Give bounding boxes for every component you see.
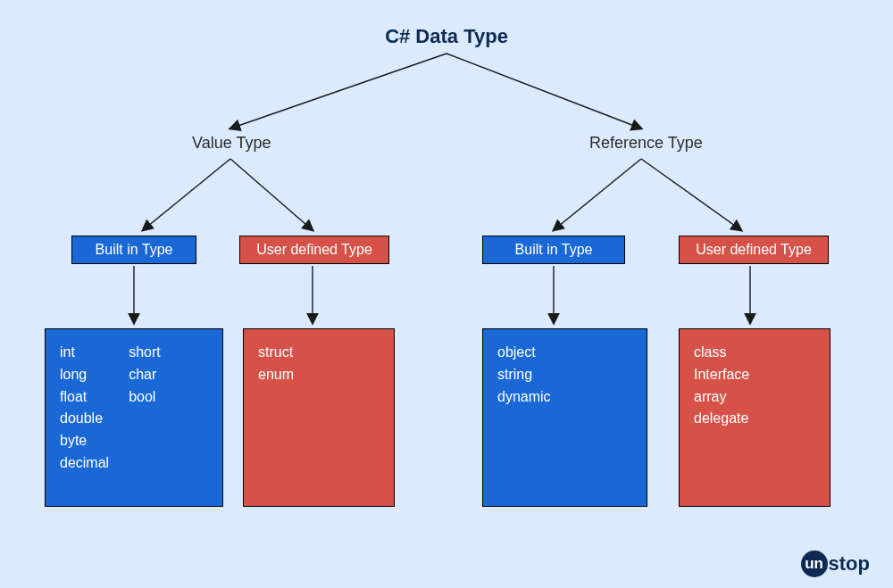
ref-builtin-box: objectstringdynamic	[482, 328, 647, 507]
ref-builtin-header: Built in Type	[482, 236, 625, 264]
type-item: object	[497, 342, 632, 364]
type-item: Interface	[694, 364, 815, 386]
reference-type-label: Reference Type	[589, 134, 703, 153]
type-item: char	[129, 364, 161, 386]
svg-line-1	[446, 54, 641, 128]
type-item: delegate	[694, 408, 815, 430]
value-type-label: Value Type	[192, 134, 271, 153]
unstop-logo: un stop	[801, 551, 870, 577]
diagram-title: C# Data Type	[0, 25, 893, 48]
type-item: short	[129, 342, 161, 364]
type-item: double	[60, 408, 109, 430]
type-item: float	[60, 386, 109, 409]
value-builtin-header: Built in Type	[71, 236, 196, 264]
type-item: int	[60, 342, 109, 364]
type-item: struct	[258, 342, 380, 364]
ref-userdef-box: classInterfacearraydelegate	[679, 328, 830, 507]
value-builtin-box: intlongfloatdoublebytedecimal shortcharb…	[45, 328, 223, 507]
type-item: string	[497, 364, 632, 386]
value-userdef-header: User defined Type	[239, 236, 389, 264]
type-item: bool	[129, 386, 161, 409]
type-item: array	[694, 386, 815, 409]
svg-line-2	[143, 159, 230, 230]
logo-rest: stop	[829, 552, 870, 576]
ref-userdef-header: User defined Type	[679, 236, 829, 264]
svg-line-5	[641, 159, 741, 230]
logo-prefix: un	[801, 551, 828, 577]
svg-line-0	[230, 54, 446, 128]
type-item: long	[60, 364, 109, 386]
type-item: dynamic	[497, 386, 632, 409]
type-item: enum	[258, 364, 380, 386]
value-userdef-box: structenum	[243, 328, 395, 507]
svg-line-3	[230, 159, 313, 230]
type-item: byte	[60, 430, 109, 452]
svg-line-4	[554, 159, 641, 230]
type-item: decimal	[60, 452, 109, 475]
type-item: class	[694, 342, 815, 364]
